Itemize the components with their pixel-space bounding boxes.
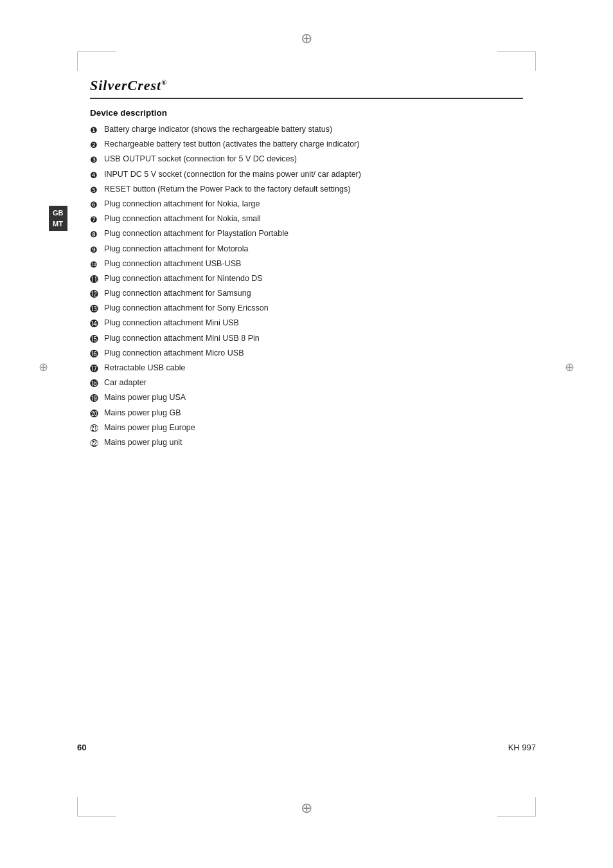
- item-number-12: ⓬: [90, 288, 104, 300]
- item-number-2: ❷: [90, 139, 104, 151]
- model-number: KH 997: [508, 743, 536, 752]
- list-item: ⓱Retractable USB cable: [90, 363, 523, 375]
- language-label: GB MT: [49, 206, 67, 231]
- list-item: ⓳Mains power plug USA: [90, 392, 523, 404]
- item-text-3: USB OUTPUT socket (connection for 5 V DC…: [104, 154, 523, 165]
- bottom-registration-area: ⊕: [0, 800, 613, 817]
- item-number-7: ❼: [90, 213, 104, 226]
- item-number-4: ❹: [90, 169, 104, 181]
- item-number-17: ⓱: [90, 363, 104, 375]
- item-text-15: Plug connection attachment Mini USB 8 Pi…: [104, 333, 523, 345]
- list-item: ⓬Plug connection attachment for Samsung: [90, 288, 523, 300]
- item-text-20: Mains power plug GB: [104, 408, 523, 419]
- item-text-21: Mains power plug Europe: [104, 422, 523, 434]
- item-text-11: Plug connection attachment for Nintendo …: [104, 273, 523, 285]
- item-number-19: ⓳: [90, 392, 104, 404]
- item-number-1: ❶: [90, 124, 104, 136]
- item-text-1: Battery charge indicator (shows the rech…: [104, 124, 523, 136]
- list-item: ❸USB OUTPUT socket (connection for 5 V D…: [90, 154, 523, 166]
- brand-header: SilverCrest®: [90, 77, 523, 99]
- main-content: SilverCrest® Device description ❶Battery…: [77, 77, 536, 449]
- left-reg-symbol: ⊕: [39, 361, 48, 374]
- item-number-20: ⓴: [90, 408, 104, 420]
- device-description-list: ❶Battery charge indicator (shows the rec…: [90, 124, 523, 449]
- item-text-10: Plug connection attachment USB-USB: [104, 258, 523, 270]
- top-reg-mark: ⊕: [301, 30, 312, 47]
- list-item: ❿Plug connection attachment USB-USB: [90, 258, 523, 271]
- list-item: ⓲Car adapter: [90, 377, 523, 390]
- list-item: ⓭Plug connection attachment for Sony Eri…: [90, 303, 523, 315]
- list-item: ❹INPUT DC 5 V socket (connection for the…: [90, 169, 523, 181]
- page: ⊕ GB MT ⊕ ⊕ SilverCrest® Device descript…: [0, 0, 613, 868]
- list-item: ❾Plug connection attachment for Motorola: [90, 244, 523, 256]
- left-reg-mark: ⊕: [39, 360, 48, 374]
- item-text-19: Mains power plug USA: [104, 392, 523, 404]
- item-number-3: ❸: [90, 154, 104, 166]
- item-text-16: Plug connection attachment Micro USB: [104, 348, 523, 359]
- language-gb: GB: [53, 208, 64, 219]
- item-text-5: RESET button (Return the Power Pack to t…: [104, 184, 523, 195]
- brand-name: SilverCrest®: [90, 77, 167, 93]
- list-item: ⓰Plug connection attachment Micro USB: [90, 348, 523, 360]
- top-registration-area: ⊕: [0, 0, 613, 77]
- item-text-12: Plug connection attachment for Samsung: [104, 288, 523, 300]
- item-text-6: Plug connection attachment for Nokia, la…: [104, 199, 523, 210]
- item-text-4: INPUT DC 5 V socket (connection for the …: [104, 169, 523, 181]
- footer: 60 KH 997: [0, 743, 613, 752]
- page-number: 60: [77, 743, 86, 752]
- item-number-15: ⓯: [90, 333, 104, 345]
- item-number-10: ❿: [90, 258, 104, 271]
- list-item: ㉑Mains power plug Europe: [90, 422, 523, 435]
- language-mt: MT: [53, 219, 64, 230]
- item-text-14: Plug connection attachment Mini USB: [104, 318, 523, 329]
- item-number-6: ❻: [90, 199, 104, 211]
- item-number-22: ㉒: [90, 437, 104, 449]
- right-reg-mark: ⊕: [565, 360, 574, 374]
- item-number-18: ⓲: [90, 377, 104, 390]
- item-number-16: ⓰: [90, 348, 104, 360]
- list-item: ❽Plug connection attachment for Playstat…: [90, 228, 523, 240]
- list-item: ⓴Mains power plug GB: [90, 408, 523, 420]
- item-number-9: ❾: [90, 244, 104, 256]
- right-reg-symbol: ⊕: [565, 361, 574, 374]
- item-text-22: Mains power plug unit: [104, 437, 523, 449]
- item-number-5: ❺: [90, 184, 104, 196]
- item-text-13: Plug connection attachment for Sony Eric…: [104, 303, 523, 314]
- item-number-11: ⓫: [90, 273, 104, 285]
- list-item: ⓮Plug connection attachment Mini USB: [90, 318, 523, 330]
- item-text-9: Plug connection attachment for Motorola: [104, 244, 523, 255]
- list-item: ㉒Mains power plug unit: [90, 437, 523, 449]
- item-number-13: ⓭: [90, 303, 104, 315]
- item-text-17: Retractable USB cable: [104, 363, 523, 374]
- list-item: ❶Battery charge indicator (shows the rec…: [90, 124, 523, 136]
- list-item: ❷Rechargeable battery test button (activ…: [90, 139, 523, 151]
- list-item: ❺RESET button (Return the Power Pack to …: [90, 184, 523, 196]
- bottom-reg-mark: ⊕: [301, 800, 312, 817]
- list-item: ❼Plug connection attachment for Nokia, s…: [90, 213, 523, 226]
- item-number-14: ⓮: [90, 318, 104, 330]
- item-number-8: ❽: [90, 228, 104, 240]
- item-text-7: Plug connection attachment for Nokia, sm…: [104, 213, 523, 225]
- list-item: ❻Plug connection attachment for Nokia, l…: [90, 199, 523, 211]
- item-number-21: ㉑: [90, 422, 104, 435]
- item-text-2: Rechargeable battery test button (activa…: [104, 139, 523, 150]
- list-item: ⓯Plug connection attachment Mini USB 8 P…: [90, 333, 523, 345]
- section-title: Device description: [90, 108, 523, 118]
- item-text-8: Plug connection attachment for Playstati…: [104, 228, 523, 240]
- item-text-18: Car adapter: [104, 377, 523, 389]
- list-item: ⓫Plug connection attachment for Nintendo…: [90, 273, 523, 285]
